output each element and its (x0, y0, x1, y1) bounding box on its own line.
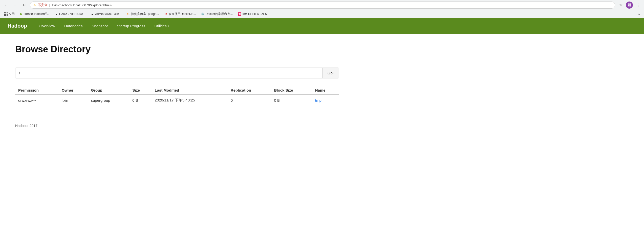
page-title: Browse Directory (15, 44, 339, 55)
adminguide-label: AdminGuide · alib... (95, 12, 122, 16)
nav-utilities[interactable]: Utilities ▾ (150, 19, 173, 33)
bookmarks-more-button[interactable]: » (637, 12, 641, 16)
apps-label: 应用 (9, 12, 15, 16)
nav-snapshot[interactable]: Snapshot (87, 19, 112, 33)
col-permission: Permission (15, 86, 59, 95)
bookmark-rocksdb[interactable]: R 欢迎使用RocksDB... (162, 11, 198, 17)
directory-table: Permission Owner Group Size Last Modifie… (15, 86, 339, 106)
browser-chrome: ← → ↻ ⚠ 不安全 | lixin-macbook.local:50070/… (0, 0, 644, 18)
nav-datanodes[interactable]: Datanodes (60, 19, 87, 33)
browser-titlebar: ← → ↻ ⚠ 不安全 | lixin-macbook.local:50070/… (0, 0, 644, 10)
bookmark-adminguide[interactable]: ● AdminGuide · alib... (89, 12, 124, 16)
utilities-dropdown-icon: ▾ (168, 25, 169, 27)
browser-toolbar-icons: ☆ 新 ⋮ (617, 2, 641, 9)
docker-label: Docker的常用命令... (205, 12, 233, 16)
bookmark-intellij[interactable]: 简 IntelliJ IDEA For M... (236, 12, 272, 16)
ngdata-label: Home · NGDATA/... (59, 12, 85, 16)
bookmark-star-button[interactable]: ☆ (617, 2, 624, 9)
forward-button[interactable]: → (12, 2, 19, 9)
separator: | (49, 3, 50, 7)
docker-favicon: 🐳 (201, 12, 204, 16)
name-link[interactable]: tmp (315, 98, 321, 102)
reload-button[interactable]: ↻ (21, 2, 28, 9)
hadoop-navbar: Hadoop Overview Datanodes Snapshot Start… (0, 18, 644, 34)
cell-last-modified: 2020/11/17 下午5:40:25 (152, 95, 228, 106)
cell-size: 0 B (129, 95, 152, 106)
cell-owner: lixin (59, 95, 88, 106)
rocksdb-favicon: R (164, 12, 167, 16)
footer: Hadoop, 2017. (0, 116, 644, 135)
col-name: Name (312, 86, 339, 95)
hbase-favicon: C (19, 12, 23, 16)
main-content: Browse Directory Go! Permission Owner Gr… (0, 34, 354, 116)
bookmark-ngdata[interactable]: ● Home · NGDATA/... (53, 12, 88, 16)
table-header: Permission Owner Group Size Last Modifie… (15, 86, 339, 95)
url-text: lixin-macbook.local:50070/explorer.html#… (52, 3, 612, 7)
rocksdb-label: 欢迎使用RocksDB... (168, 12, 196, 16)
back-button[interactable]: ← (3, 2, 10, 9)
profile-avatar-button[interactable]: 新 (626, 2, 633, 9)
nav-startup-progress[interactable]: Startup Progress (112, 19, 150, 33)
cell-replication: 0 (228, 95, 271, 106)
table-body: drwxrwx--- lixin supergroup 0 B 2020/11/… (15, 95, 339, 106)
intellij-label: IntelliJ IDEA For M... (242, 12, 270, 16)
utilities-label: Utilities (154, 24, 166, 28)
col-owner: Owner (59, 86, 88, 95)
table-row: drwxrwx--- lixin supergroup 0 B 2020/11/… (15, 95, 339, 106)
bookmark-docker[interactable]: 🐳 Docker的常用命令... (199, 11, 235, 17)
hbase-label: HBase-Indexer环... (24, 12, 50, 16)
security-warning-icon: ⚠ (33, 3, 36, 7)
nav-overview[interactable]: Overview (35, 19, 60, 33)
footer-text: Hadoop, 2017. (15, 124, 38, 128)
directory-input[interactable] (15, 68, 322, 78)
col-last-modified: Last Modified (152, 86, 228, 95)
divider (15, 60, 339, 60)
browser-menu-button[interactable]: ⋮ (634, 2, 641, 9)
sogo-favicon: S (126, 12, 130, 16)
cell-group: supergroup (88, 95, 130, 106)
ngdata-favicon: ● (55, 12, 58, 16)
col-size: Size (129, 86, 152, 95)
adminguide-favicon: ● (91, 12, 94, 16)
bookmark-sogo[interactable]: S 搜狗实验室（Sogo... (124, 11, 161, 17)
col-block-size: Block Size (271, 86, 312, 95)
cell-block-size: 0 B (271, 95, 312, 106)
address-bar[interactable]: ⚠ 不安全 | lixin-macbook.local:50070/explor… (30, 2, 615, 9)
security-label: 不安全 (38, 3, 48, 7)
go-button[interactable]: Go! (322, 68, 339, 78)
bookmark-hbase[interactable]: C HBase-Indexer环... (17, 11, 52, 17)
sogo-label: 搜狗实验室（Sogo... (131, 12, 159, 16)
bookmarks-bar: 应用 C HBase-Indexer环... ● Home · NGDATA/.… (0, 10, 644, 18)
directory-input-row: Go! (15, 68, 339, 78)
apps-grid-icon (4, 12, 8, 16)
hadoop-brand: Hadoop (5, 18, 35, 34)
cell-permission: drwxrwx--- (15, 95, 59, 106)
cell-name: tmp (312, 95, 339, 106)
intellij-favicon: 简 (238, 12, 241, 16)
apps-button[interactable]: 应用 (3, 11, 16, 17)
col-group: Group (88, 86, 130, 95)
col-replication: Replication (228, 86, 271, 95)
